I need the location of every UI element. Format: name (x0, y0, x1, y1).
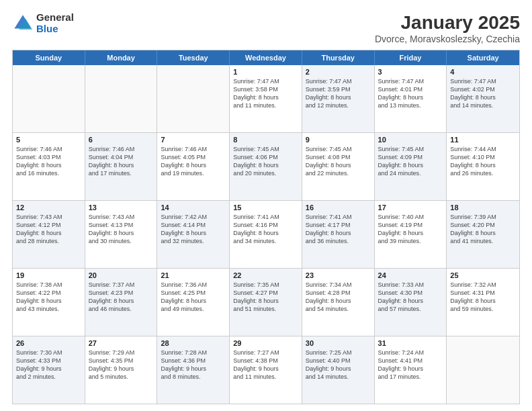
cal-header-saturday: Saturday (447, 50, 519, 65)
day-info: Sunrise: 7:25 AM Sunset: 4:40 PM Dayligh… (306, 349, 371, 381)
cal-week-4: 19Sunrise: 7:38 AM Sunset: 4:22 PM Dayli… (13, 269, 519, 336)
day-info: Sunrise: 7:46 AM Sunset: 4:05 PM Dayligh… (161, 145, 226, 178)
day-number: 17 (378, 203, 443, 212)
day-number: 12 (16, 203, 81, 212)
cal-cell-w2d5: 9Sunrise: 7:45 AM Sunset: 4:08 PM Daylig… (302, 133, 375, 200)
day-number: 23 (306, 271, 371, 279)
day-number: 11 (450, 136, 516, 144)
cal-cell-w5d1: 26Sunrise: 7:30 AM Sunset: 4:33 PM Dayli… (13, 336, 85, 404)
cal-week-3: 12Sunrise: 7:43 AM Sunset: 4:12 PM Dayli… (13, 201, 519, 269)
day-info: Sunrise: 7:30 AM Sunset: 4:33 PM Dayligh… (16, 349, 81, 381)
cal-cell-w2d7: 11Sunrise: 7:44 AM Sunset: 4:10 PM Dayli… (447, 133, 519, 200)
day-number: 22 (233, 271, 298, 279)
day-info: Sunrise: 7:32 AM Sunset: 4:31 PM Dayligh… (450, 281, 516, 314)
day-info: Sunrise: 7:42 AM Sunset: 4:14 PM Dayligh… (161, 213, 226, 246)
main-title: January 2025 (375, 12, 520, 34)
day-info: Sunrise: 7:45 AM Sunset: 4:06 PM Dayligh… (233, 145, 298, 178)
day-number: 20 (89, 271, 154, 279)
cal-cell-w1d3 (157, 65, 230, 132)
cal-cell-w5d3: 28Sunrise: 7:28 AM Sunset: 4:36 PM Dayli… (157, 336, 230, 404)
cal-cell-w4d3: 21Sunrise: 7:36 AM Sunset: 4:25 PM Dayli… (157, 269, 230, 336)
cal-cell-w3d6: 17Sunrise: 7:40 AM Sunset: 4:19 PM Dayli… (375, 201, 447, 268)
cal-cell-w2d4: 8Sunrise: 7:45 AM Sunset: 4:06 PM Daylig… (230, 133, 302, 200)
day-info: Sunrise: 7:41 AM Sunset: 4:17 PM Dayligh… (306, 213, 371, 246)
day-number: 14 (161, 203, 226, 212)
day-number: 26 (16, 339, 81, 347)
cal-cell-w3d3: 14Sunrise: 7:42 AM Sunset: 4:14 PM Dayli… (157, 201, 230, 268)
logo-text: General Blue (36, 12, 74, 34)
cal-header-sunday: Sunday (13, 50, 85, 65)
cal-cell-w3d5: 16Sunrise: 7:41 AM Sunset: 4:17 PM Dayli… (302, 201, 375, 268)
cal-week-5: 26Sunrise: 7:30 AM Sunset: 4:33 PM Dayli… (13, 336, 519, 404)
day-info: Sunrise: 7:45 AM Sunset: 4:08 PM Dayligh… (306, 145, 371, 178)
day-number: 16 (306, 203, 371, 212)
cal-cell-w1d2 (85, 65, 158, 132)
day-number: 28 (161, 339, 226, 347)
day-number: 25 (450, 271, 516, 279)
cal-cell-w1d5: 2Sunrise: 7:47 AM Sunset: 3:59 PM Daylig… (302, 65, 375, 132)
day-number: 31 (378, 339, 443, 347)
day-info: Sunrise: 7:47 AM Sunset: 4:02 PM Dayligh… (450, 77, 516, 110)
cal-cell-w3d2: 13Sunrise: 7:43 AM Sunset: 4:13 PM Dayli… (85, 201, 158, 268)
day-number: 8 (233, 136, 298, 144)
day-number: 6 (89, 136, 154, 144)
day-info: Sunrise: 7:35 AM Sunset: 4:27 PM Dayligh… (233, 281, 298, 314)
cal-cell-w4d1: 19Sunrise: 7:38 AM Sunset: 4:22 PM Dayli… (13, 269, 85, 336)
day-number: 24 (378, 271, 443, 279)
cal-week-1: 1Sunrise: 7:47 AM Sunset: 3:58 PM Daylig… (13, 65, 519, 133)
day-number: 27 (89, 339, 154, 347)
day-number: 9 (306, 136, 371, 144)
cal-cell-w3d4: 15Sunrise: 7:41 AM Sunset: 4:16 PM Dayli… (230, 201, 302, 268)
logo-general: General (36, 12, 74, 24)
day-info: Sunrise: 7:43 AM Sunset: 4:12 PM Dayligh… (16, 213, 81, 246)
page: General Blue January 2025 Dvorce, Moravs… (0, 0, 532, 411)
cal-cell-w1d6: 3Sunrise: 7:47 AM Sunset: 4:01 PM Daylig… (375, 65, 447, 132)
cal-cell-w2d3: 7Sunrise: 7:46 AM Sunset: 4:05 PM Daylig… (157, 133, 230, 200)
cal-cell-w1d4: 1Sunrise: 7:47 AM Sunset: 3:58 PM Daylig… (230, 65, 302, 132)
day-info: Sunrise: 7:46 AM Sunset: 4:04 PM Dayligh… (89, 145, 154, 178)
subtitle: Dvorce, Moravskoslezsky, Czechia (375, 34, 520, 44)
cal-header-wednesday: Wednesday (230, 50, 302, 65)
day-number: 29 (233, 339, 298, 347)
day-info: Sunrise: 7:47 AM Sunset: 3:59 PM Dayligh… (306, 77, 371, 110)
day-number: 7 (161, 136, 226, 144)
cal-header-thursday: Thursday (302, 50, 375, 65)
day-info: Sunrise: 7:39 AM Sunset: 4:20 PM Dayligh… (450, 213, 516, 246)
cal-week-2: 5Sunrise: 7:46 AM Sunset: 4:03 PM Daylig… (13, 133, 519, 201)
day-info: Sunrise: 7:46 AM Sunset: 4:03 PM Dayligh… (16, 145, 81, 178)
cal-cell-w2d1: 5Sunrise: 7:46 AM Sunset: 4:03 PM Daylig… (13, 133, 85, 200)
day-number: 15 (233, 203, 298, 212)
cal-cell-w5d7 (447, 336, 519, 404)
cal-cell-w4d6: 24Sunrise: 7:33 AM Sunset: 4:30 PM Dayli… (375, 269, 447, 336)
day-info: Sunrise: 7:40 AM Sunset: 4:19 PM Dayligh… (378, 213, 443, 246)
day-number: 3 (378, 68, 443, 76)
cal-header-friday: Friday (375, 50, 447, 65)
day-info: Sunrise: 7:41 AM Sunset: 4:16 PM Dayligh… (233, 213, 298, 246)
day-info: Sunrise: 7:27 AM Sunset: 4:38 PM Dayligh… (233, 349, 298, 381)
logo: General Blue (12, 12, 74, 34)
day-info: Sunrise: 7:28 AM Sunset: 4:36 PM Dayligh… (161, 349, 226, 381)
cal-cell-w4d4: 22Sunrise: 7:35 AM Sunset: 4:27 PM Dayli… (230, 269, 302, 336)
cal-cell-w5d4: 29Sunrise: 7:27 AM Sunset: 4:38 PM Dayli… (230, 336, 302, 404)
title-block: January 2025 Dvorce, Moravskoslezsky, Cz… (375, 12, 520, 44)
day-info: Sunrise: 7:29 AM Sunset: 4:35 PM Dayligh… (89, 349, 154, 381)
calendar: SundayMondayTuesdayWednesdayThursdayFrid… (12, 50, 520, 404)
cal-cell-w2d2: 6Sunrise: 7:46 AM Sunset: 4:04 PM Daylig… (85, 133, 158, 200)
calendar-header-row: SundayMondayTuesdayWednesdayThursdayFrid… (13, 50, 519, 65)
cal-cell-w5d5: 30Sunrise: 7:25 AM Sunset: 4:40 PM Dayli… (302, 336, 375, 404)
cal-cell-w1d1 (13, 65, 85, 132)
day-info: Sunrise: 7:47 AM Sunset: 4:01 PM Dayligh… (378, 77, 443, 110)
cal-header-monday: Monday (85, 50, 158, 65)
cal-cell-w1d7: 4Sunrise: 7:47 AM Sunset: 4:02 PM Daylig… (447, 65, 519, 132)
cal-cell-w3d1: 12Sunrise: 7:43 AM Sunset: 4:12 PM Dayli… (13, 201, 85, 268)
day-info: Sunrise: 7:33 AM Sunset: 4:30 PM Dayligh… (378, 281, 443, 314)
day-number: 13 (89, 203, 154, 212)
day-info: Sunrise: 7:45 AM Sunset: 4:09 PM Dayligh… (378, 145, 443, 178)
logo-blue: Blue (36, 24, 74, 35)
day-info: Sunrise: 7:37 AM Sunset: 4:23 PM Dayligh… (89, 281, 154, 314)
day-info: Sunrise: 7:43 AM Sunset: 4:13 PM Dayligh… (89, 213, 154, 246)
day-number: 10 (378, 136, 443, 144)
day-info: Sunrise: 7:34 AM Sunset: 4:28 PM Dayligh… (306, 281, 371, 314)
day-number: 1 (233, 68, 298, 76)
day-number: 21 (161, 271, 226, 279)
